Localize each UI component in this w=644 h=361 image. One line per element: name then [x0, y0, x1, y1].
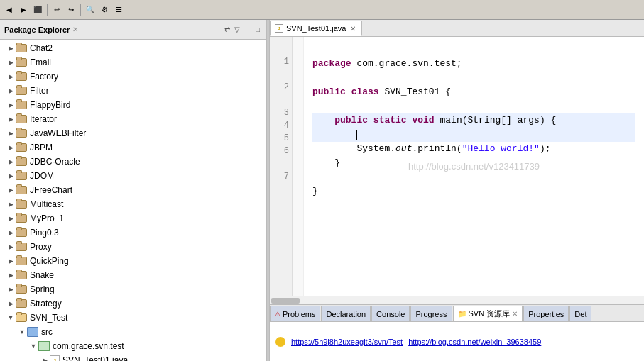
toolbar-settings[interactable]: ⚙ [98, 4, 111, 16]
tree-item-jbpm[interactable]: ▶ JBPM [0, 140, 266, 155]
editor-tab-svn-test01[interactable]: J SVN_Test01.java ✕ [270, 21, 362, 36]
main-layout: Package Explorer ✕ ⇄ ▽ — □ ▶ Chat2 ▶ Ema… [0, 20, 644, 361]
panel-maximize-btn[interactable]: □ [254, 26, 261, 33]
sep2 [80, 4, 81, 16]
folder-icon [16, 299, 27, 308]
tab-progress[interactable]: Progress [410, 306, 452, 321]
pkg-icon [38, 341, 50, 351]
gutter-item [293, 99, 303, 113]
gutter-collapse[interactable]: — [293, 113, 303, 128]
toolbar-undo[interactable]: ↩ [50, 4, 63, 16]
text-cursor [356, 130, 357, 140]
tree-arrow: ▶ [6, 144, 16, 151]
tree-item-src[interactable]: ▼ src [0, 325, 266, 339]
gutter-item [293, 57, 303, 71]
editor-hscrollbar[interactable] [270, 296, 644, 304]
toolbar-stop[interactable]: ⬛ [31, 4, 44, 16]
tree-item-svn-test01-java[interactable]: ▶ J SVN_Test01.java [0, 353, 266, 361]
tree-item-jdom[interactable]: ▶ JDOM [0, 169, 266, 183]
tree-label: Filter [30, 86, 49, 96]
line-num [273, 68, 289, 81]
tree-arrow: ▶ [6, 59, 16, 66]
tree-arrow: ▶ [6, 87, 16, 94]
tab-declaration[interactable]: Declaration [321, 306, 371, 321]
code-editor[interactable]: http://blog.csdn.net/v123411739 package … [304, 37, 644, 296]
tree-label: Iterator [30, 114, 57, 124]
tree-item-snake[interactable]: ▶ Snake [0, 268, 266, 282]
folder-icon [16, 44, 27, 52]
tree-arrow: ▶ [6, 257, 16, 265]
tree-item-factory[interactable]: ▶ Factory [0, 70, 266, 84]
tree-item-multicast[interactable]: ▶ Multicast [0, 197, 266, 211]
toolbar-redo[interactable]: ↪ [65, 4, 77, 16]
folder-icon [16, 157, 27, 166]
gutter-item [293, 142, 303, 156]
tree-label: SVN_Test01.java [62, 355, 128, 361]
tab-properties[interactable]: Properties [523, 306, 569, 321]
tree-item-email[interactable]: ▶ Email [0, 55, 266, 70]
svn-repo-link[interactable]: https://5h9j8h2uxeagit3/svn/Test [291, 338, 403, 346]
tree-item-package[interactable]: ▼ com.grace.svn.test [0, 339, 266, 353]
tree-item-iterator[interactable]: ▶ Iterator [0, 112, 266, 126]
tree-arrow: ▼ [28, 343, 38, 350]
tree-item-mypro1[interactable]: ▶ MyPro_1 [0, 211, 266, 226]
tree-item-jdbc-oracle[interactable]: ▶ JDBC-Oracle [0, 155, 266, 169]
tree-item-quickping[interactable]: ▶ QuickPing [0, 254, 266, 268]
tab-properties-label: Properties [528, 310, 564, 318]
tree-item-strategy[interactable]: ▶ Strategy [0, 296, 266, 311]
main-toolbar: ◀ ▶ ⬛ ↩ ↪ 🔍 ⚙ ☰ [0, 0, 644, 20]
src-icon [27, 327, 38, 337]
line-num: 7 [273, 170, 289, 183]
toolbar-back[interactable]: ◀ [3, 4, 16, 16]
java-file-icon: J [50, 355, 60, 361]
panel-title-area: Package Explorer ✕ [4, 26, 78, 34]
folder-icon [16, 143, 27, 152]
tree-arrow: ▶ [6, 243, 16, 250]
line-num [273, 157, 289, 170]
line-num: 2 [273, 81, 289, 94]
tab-problems[interactable]: ⚠ Problems [270, 306, 320, 321]
tree-item-flappybird[interactable]: ▶ FlappyBird [0, 98, 266, 112]
panel-header: Package Explorer ✕ ⇄ ▽ — □ [0, 20, 266, 40]
tab-console[interactable]: Console [371, 306, 410, 321]
code-line-cursor[interactable] [312, 128, 635, 142]
tree-item-filter[interactable]: ▶ Filter [0, 84, 266, 98]
tab-filename: SVN_Test01.java [286, 24, 346, 33]
tab-close-btn[interactable]: ✕ [350, 25, 356, 33]
tree-label: com.grace.svn.test [53, 341, 124, 351]
line-num: 5 [273, 132, 289, 145]
toolbar-search[interactable]: 🔍 [84, 4, 97, 16]
tree-arrow: ▶ [6, 300, 16, 307]
folder-icon [16, 115, 27, 123]
gutter-item [293, 170, 303, 184]
package-tree[interactable]: ▶ Chat2 ▶ Email ▶ Factory ▶ Filter [0, 40, 266, 361]
tree-label: Multicast [30, 199, 63, 209]
tab-console-label: Console [376, 310, 405, 318]
package-explorer-panel: Package Explorer ✕ ⇄ ▽ — □ ▶ Chat2 ▶ Ema… [0, 20, 266, 361]
panel-minimize-btn[interactable]: — [243, 26, 253, 33]
tree-item-javawebfilter[interactable]: ▶ JavaWEBFilter [0, 126, 266, 140]
code-line-close2: } [312, 184, 635, 199]
tab-problems-label: Problems [283, 310, 315, 318]
panel-title: Package Explorer [4, 26, 70, 34]
tab-det[interactable]: Det [569, 306, 591, 321]
bottom-content: https://5h9j8h2uxeagit3/svn/Test https:/… [270, 322, 644, 361]
tree-item-spring[interactable]: ▶ Spring [0, 282, 266, 296]
panel-collapse-btn[interactable]: ▽ [233, 26, 241, 33]
hscroll-thumb[interactable] [271, 298, 300, 304]
tree-item-jfreechart[interactable]: ▶ JFreeChart [0, 183, 266, 197]
folder-icon [16, 271, 27, 279]
toolbar-forward[interactable]: ▶ [17, 4, 30, 16]
tab-svn[interactable]: 📁 SVN 资源库 ✕ [453, 306, 523, 321]
tree-item-ping03[interactable]: ▶ Ping0.3 [0, 226, 266, 240]
tree-item-chat2[interactable]: ▶ Chat2 [0, 41, 266, 55]
folder-icon [16, 172, 27, 180]
tree-item-svn-test[interactable]: ▼ SVN_Test [0, 311, 266, 325]
editor-area[interactable]: 1 2 3 4 5 6 7 — [270, 37, 644, 296]
line-numbers: 1 2 3 4 5 6 7 [270, 37, 293, 296]
svn-blog-link[interactable]: https://blog.csdn.net/weixin_39638459 [408, 338, 541, 346]
panel-sync-btn[interactable]: ⇄ [223, 26, 231, 33]
tree-item-proxy[interactable]: ▶ Proxy [0, 240, 266, 254]
svn-repo-icon [275, 337, 285, 347]
toolbar-menu[interactable]: ☰ [112, 4, 125, 16]
